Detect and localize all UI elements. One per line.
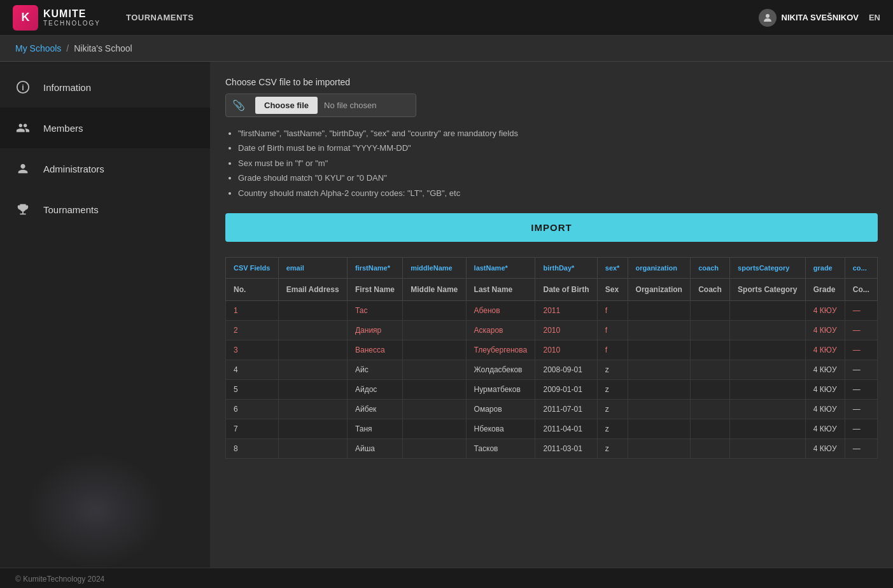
table-cell: 4 КЮУ <box>805 340 845 360</box>
csv-fields-row: CSV Fields email firstName* middleName l… <box>226 257 878 278</box>
user-name: NIKITA SVEŠNIKOV <box>782 13 859 22</box>
breadcrumb-my-schools[interactable]: My Schools <box>15 43 61 53</box>
th-csv-fields-sex: sex* <box>597 257 628 278</box>
th-grade: Grade <box>805 278 845 300</box>
table-cell <box>628 320 691 340</box>
table-cell <box>403 360 466 379</box>
table-cell: Тлеубергенова <box>466 340 535 360</box>
table-cell <box>730 300 806 320</box>
th-csv-fields-firstname: firstName* <box>347 257 402 278</box>
th-csv-fields-email: email <box>278 257 347 278</box>
table-cell: Таня <box>347 419 402 438</box>
th-csv-fields-no: CSV Fields <box>226 257 279 278</box>
table-cell: Тасков <box>466 438 535 458</box>
user-avatar <box>759 9 777 27</box>
table-row: 2ДаниярАcкаров2010f4 КЮУ— <box>226 320 878 340</box>
th-csv-fields-grade: grade <box>805 257 845 278</box>
th-firstname: First Name <box>347 278 402 300</box>
svg-text:i: i <box>22 83 24 92</box>
sidebar: i Information Members Administrators Tou… <box>0 62 210 568</box>
table-cell <box>730 399 806 419</box>
table-cell <box>691 438 730 458</box>
sidebar-item-tournaments[interactable]: Tournaments <box>0 189 210 230</box>
table-cell <box>628 360 691 379</box>
sidebar-item-information[interactable]: i Information <box>0 67 210 108</box>
table-cell: 2 <box>226 320 279 340</box>
table-cell <box>730 340 806 360</box>
table-cell: Аcкаров <box>466 320 535 340</box>
nav-left: K KUMITE TECHNOLOGY TOURNAMENTS <box>13 5 193 31</box>
table-cell: 8 <box>226 438 279 458</box>
table-cell: 4 КЮУ <box>805 419 845 438</box>
th-no: No. <box>226 278 279 300</box>
th-birthday: Date of Birth <box>535 278 597 300</box>
information-icon: i <box>13 77 33 97</box>
table-cell: 4 <box>226 360 279 379</box>
table-cell: — <box>845 340 877 360</box>
table-cell: 2009-01-01 <box>535 379 597 399</box>
table-cell <box>691 340 730 360</box>
table-cell: 4 КЮУ <box>805 438 845 458</box>
table-cell <box>628 399 691 419</box>
table-row: 6АйбекОмаров2011-07-01z4 КЮУ— <box>226 399 878 419</box>
breadcrumb-current-school: Nikita's School <box>74 43 132 53</box>
sidebar-label-administrators: Administrators <box>43 164 104 174</box>
table-cell: 4 КЮУ <box>805 320 845 340</box>
csv-preview-table-wrapper: CSV Fields email firstName* middleName l… <box>225 257 878 459</box>
footer-text: © KumiteTechnology 2024 <box>15 575 104 584</box>
table-cell <box>403 399 466 419</box>
table-cell: z <box>597 379 628 399</box>
table-cell <box>628 300 691 320</box>
table-cell: Нурматбеков <box>466 379 535 399</box>
choose-file-button[interactable]: Choose file <box>255 97 318 114</box>
table-cell: Омаров <box>466 399 535 419</box>
hint-item-4: Grade should match "0 KYU" or "0 DAN" <box>238 171 878 185</box>
table-cell <box>403 419 466 438</box>
clip-icon: 📎 <box>226 94 251 116</box>
administrators-icon <box>13 158 33 179</box>
table-cell: f <box>597 320 628 340</box>
table-cell: 3 <box>226 340 279 360</box>
tournaments-nav-link[interactable]: TOURNAMENTS <box>126 13 193 22</box>
logo-link[interactable]: K KUMITE TECHNOLOGY <box>13 5 101 31</box>
table-cell <box>403 379 466 399</box>
csv-hints: "firstName", "lastName", "birthDay", "se… <box>225 126 878 200</box>
breadcrumb-separator: / <box>66 43 69 53</box>
hint-item-3: Sex must be in "f" or "m" <box>238 156 878 171</box>
th-country: Co... <box>845 278 877 300</box>
top-navigation: K KUMITE TECHNOLOGY TOURNAMENTS NIKITA S… <box>0 0 893 36</box>
nav-right: NIKITA SVEŠNIKOV EN <box>759 9 880 27</box>
table-cell <box>730 438 806 458</box>
sidebar-label-members: Members <box>43 123 83 134</box>
table-cell: 2010 <box>535 320 597 340</box>
sidebar-item-members[interactable]: Members <box>0 108 210 148</box>
th-csv-fields-lastname: lastName* <box>466 257 535 278</box>
table-cell <box>278 320 347 340</box>
display-header-row: No. Email Address First Name Middle Name… <box>226 278 878 300</box>
table-row: 3ВанессаТлеубергенова2010f4 КЮУ— <box>226 340 878 360</box>
table-cell: 2011-03-01 <box>535 438 597 458</box>
csv-section-label: Choose CSV file to be imported <box>225 77 878 87</box>
tournaments-icon <box>13 199 33 220</box>
hint-item-1: "firstName", "lastName", "birthDay", "se… <box>238 126 878 141</box>
breadcrumb: My Schools / Nikita's School <box>0 36 893 62</box>
table-cell <box>403 438 466 458</box>
table-cell <box>628 438 691 458</box>
table-cell <box>628 379 691 399</box>
table-cell <box>278 399 347 419</box>
csv-preview-table: CSV Fields email firstName* middleName l… <box>225 257 878 459</box>
table-cell: Жолдасбеков <box>466 360 535 379</box>
import-button[interactable]: IMPORT <box>225 213 878 242</box>
th-email: Email Address <box>278 278 347 300</box>
table-cell <box>628 419 691 438</box>
table-cell <box>628 340 691 360</box>
language-selector[interactable]: EN <box>869 13 880 22</box>
logo-text: KUMITE TECHNOLOGY <box>43 8 101 27</box>
sidebar-label-tournaments: Tournaments <box>43 204 99 215</box>
table-cell: 7 <box>226 419 279 438</box>
sidebar-item-administrators[interactable]: Administrators <box>0 148 210 189</box>
table-cell: 2011-07-01 <box>535 399 597 419</box>
table-cell: 6 <box>226 399 279 419</box>
table-cell: 2011-04-01 <box>535 419 597 438</box>
footer: © KumiteTechnology 2024 <box>0 568 893 588</box>
